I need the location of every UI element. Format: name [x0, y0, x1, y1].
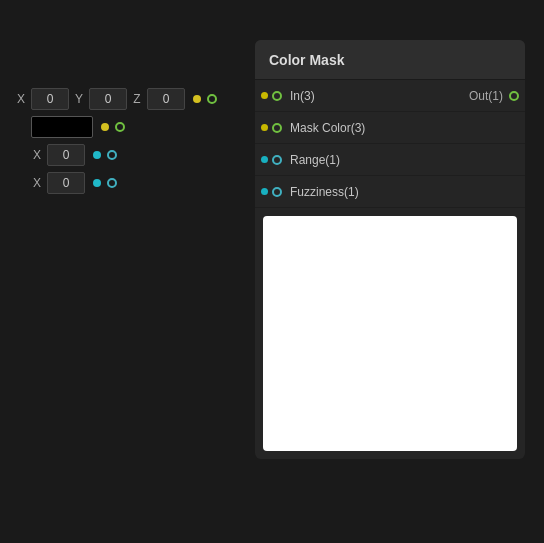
connector-circle-green-row1 — [207, 94, 217, 104]
port-fuzziness-label: Fuzziness(1) — [282, 185, 525, 199]
port-in3-inner-dot — [261, 92, 268, 99]
connector-circle-cyan-row4 — [107, 178, 117, 188]
port-out1-label: Out(1) — [469, 89, 503, 103]
port-fuzziness-inner-dot — [261, 188, 268, 195]
port-row-fuzziness: Fuzziness(1) — [255, 176, 525, 208]
x-axis-label: X — [15, 92, 27, 106]
xyz-input-row: X Y Z — [15, 88, 217, 110]
range-x-input[interactable] — [47, 144, 85, 166]
port-range-inner-dot — [261, 156, 268, 163]
color-swatch-row — [31, 116, 217, 138]
range-input-row: X — [31, 144, 217, 166]
port-mask-color-connectors — [255, 123, 282, 133]
port-in3-label: In(3) — [282, 89, 469, 103]
mask-color-swatch[interactable] — [31, 116, 93, 138]
connector-dot-yellow-row2 — [101, 123, 109, 131]
color-mask-node: Color Mask In(3) Out(1) Mask Color(3) — [255, 40, 525, 459]
port-fuzziness-circle[interactable] — [272, 187, 282, 197]
port-out1-right: Out(1) — [469, 89, 525, 103]
x-axis-label-fuzz: X — [31, 176, 43, 190]
z-axis-label: Z — [131, 92, 143, 106]
z-input[interactable] — [147, 88, 185, 110]
port-range-label: Range(1) — [282, 153, 525, 167]
port-fuzziness-connectors — [255, 187, 282, 197]
connector-dot-cyan-row3 — [93, 151, 101, 159]
connector-circle-cyan-row3 — [107, 150, 117, 160]
y-axis-label: Y — [73, 92, 85, 106]
connector-circle-green-row2 — [115, 122, 125, 132]
port-range-circle[interactable] — [272, 155, 282, 165]
x-input[interactable] — [31, 88, 69, 110]
port-mask-color-inner-dot — [261, 124, 268, 131]
fuzziness-x-input[interactable] — [47, 172, 85, 194]
port-mask-color-circle[interactable] — [272, 123, 282, 133]
port-out1-circle[interactable] — [509, 91, 519, 101]
port-row-mask-color: Mask Color(3) — [255, 112, 525, 144]
port-row-in3: In(3) Out(1) — [255, 80, 525, 112]
port-in3-circle[interactable] — [272, 91, 282, 101]
y-input[interactable] — [89, 88, 127, 110]
fuzziness-input-row: X — [31, 172, 217, 194]
port-in3-connectors — [255, 91, 282, 101]
port-mask-color-label: Mask Color(3) — [282, 121, 525, 135]
port-row-range: Range(1) — [255, 144, 525, 176]
left-input-panel: X Y Z X X — [15, 88, 217, 200]
port-range-connectors — [255, 155, 282, 165]
node-title-text: Color Mask — [269, 52, 344, 68]
node-title: Color Mask — [255, 40, 525, 80]
preview-area — [263, 216, 517, 451]
x-axis-label-range: X — [31, 148, 43, 162]
node-ports: In(3) Out(1) Mask Color(3) Range(1) — [255, 80, 525, 208]
connector-dot-cyan-row4 — [93, 179, 101, 187]
connector-dot-yellow-row1 — [193, 95, 201, 103]
